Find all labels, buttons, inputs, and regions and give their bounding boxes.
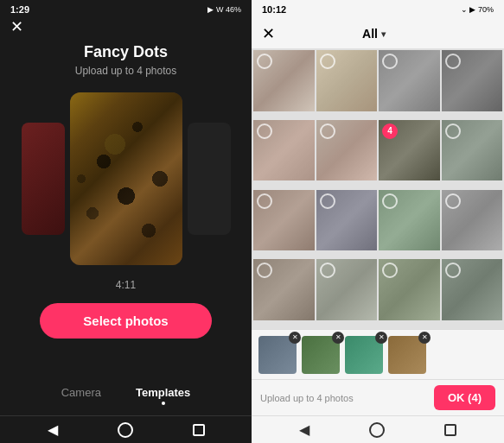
select-circle-7[interactable]: 4 xyxy=(382,123,398,139)
photo-counter: 4:11 xyxy=(116,279,136,291)
grid-cell-4[interactable] xyxy=(442,50,503,111)
bottom-nav-right: ◀ xyxy=(252,415,504,443)
bottom-nav-left: ◀ xyxy=(0,415,252,443)
selected-thumb-3[interactable]: ✕ xyxy=(345,336,383,374)
back-nav-icon-right[interactable]: ◀ xyxy=(299,421,309,438)
select-circle-12[interactable] xyxy=(445,193,461,209)
tab-templates[interactable]: Templates xyxy=(136,386,190,405)
selected-thumb-4[interactable]: ✕ xyxy=(388,336,426,374)
upload-hint: Upload up to 4 photos xyxy=(260,393,354,403)
dots-overlay xyxy=(70,92,182,265)
select-circle-10[interactable] xyxy=(320,193,335,209)
recents-nav-icon-right[interactable] xyxy=(444,424,456,436)
main-photo-img xyxy=(70,92,182,265)
select-circle-1[interactable] xyxy=(257,54,272,69)
grid-cell-5[interactable] xyxy=(253,120,315,181)
close-button-right[interactable]: ✕ xyxy=(262,26,275,41)
recents-nav-icon[interactable] xyxy=(193,424,205,436)
selected-photos-strip: ✕ ✕ ✕ ✕ xyxy=(252,329,504,379)
left-panel: 1:29 ▶ W 46% ✕ Fancy Dots Upload up to 4… xyxy=(0,0,252,443)
select-circle-11[interactable] xyxy=(382,193,398,209)
bottom-bar: Upload up to 4 photos OK (4) xyxy=(252,379,504,415)
grid-cell-15[interactable] xyxy=(379,259,440,320)
home-nav-icon[interactable] xyxy=(118,422,133,438)
grid-cell-9[interactable] xyxy=(253,190,315,251)
select-circle-6[interactable] xyxy=(320,123,335,139)
grid-cell-7[interactable]: 4 xyxy=(379,120,440,181)
fancy-dots-title: Fancy Dots xyxy=(84,43,168,61)
bottom-tabs: Camera Templates xyxy=(61,386,191,415)
grid-cell-12[interactable] xyxy=(442,190,503,251)
home-nav-icon-right[interactable] xyxy=(369,422,385,438)
right-header: ✕ All ▾ xyxy=(252,19,504,48)
grid-cell-1[interactable] xyxy=(253,50,315,111)
grid-cell-13[interactable] xyxy=(253,259,315,320)
close-button-left[interactable]: ✕ xyxy=(10,19,23,35)
select-circle-9[interactable] xyxy=(257,193,272,209)
select-circle-8[interactable] xyxy=(445,123,461,139)
select-circle-4[interactable] xyxy=(445,54,461,69)
status-bar-right: 10:12 ⌄ ▶ 70% xyxy=(252,0,504,19)
photo-grid: 4 xyxy=(252,48,504,329)
upload-subtitle-left: Upload up to 4 photos xyxy=(75,65,176,77)
grid-cell-2[interactable] xyxy=(316,50,378,111)
thumb-remove-4[interactable]: ✕ xyxy=(418,332,431,344)
photo-carousel xyxy=(0,92,252,265)
grid-cell-16[interactable] xyxy=(442,259,503,320)
status-bar-left: 1:29 ▶ W 46% xyxy=(0,0,252,19)
chevron-down-icon: ▾ xyxy=(381,29,386,39)
selected-thumb-1[interactable]: ✕ xyxy=(258,336,297,374)
select-circle-14[interactable] xyxy=(320,263,335,278)
carousel-main-photo xyxy=(70,92,182,265)
grid-cell-10[interactable] xyxy=(316,190,378,251)
chevron-down-small: ⌄ xyxy=(461,5,468,14)
filter-label: All xyxy=(362,27,378,41)
thumb-remove-3[interactable]: ✕ xyxy=(375,332,387,344)
grid-cell-6[interactable] xyxy=(316,120,378,181)
select-circle-16[interactable] xyxy=(445,263,461,278)
grid-cell-3[interactable] xyxy=(379,50,440,111)
status-time-right: 10:12 xyxy=(262,4,286,15)
selected-thumb-2[interactable]: ✕ xyxy=(302,336,340,374)
carousel-right-photo xyxy=(188,123,231,235)
grid-cell-14[interactable] xyxy=(316,259,378,320)
tab-camera[interactable]: Camera xyxy=(61,386,101,405)
carousel-left-photo xyxy=(22,123,65,235)
select-circle-3[interactable] xyxy=(382,54,398,69)
grid-cell-11[interactable] xyxy=(379,190,440,251)
right-panel: 10:12 ⌄ ▶ 70% ✕ All ▾ xyxy=(252,0,504,443)
left-content: Fancy Dots Upload up to 4 photos 4:11 Se… xyxy=(0,19,252,415)
thumb-remove-1[interactable]: ✕ xyxy=(289,332,301,344)
back-nav-icon[interactable]: ◀ xyxy=(48,421,58,438)
select-circle-2[interactable] xyxy=(320,54,335,69)
ok-button[interactable]: OK (4) xyxy=(434,385,495,410)
battery-icon-left: ▶ W 46% xyxy=(207,5,241,14)
battery-icon-right: ▶ 70% xyxy=(469,5,494,14)
status-icons-left: ▶ W 46% xyxy=(207,5,241,14)
filter-dropdown[interactable]: All ▾ xyxy=(362,27,386,41)
status-icons-right: ⌄ ▶ 70% xyxy=(461,5,494,14)
select-photos-button[interactable]: Select photos xyxy=(40,303,211,339)
thumb-remove-2[interactable]: ✕ xyxy=(332,332,344,344)
status-time-left: 1:29 xyxy=(10,4,29,15)
grid-cell-8[interactable] xyxy=(442,120,503,181)
select-circle-5[interactable] xyxy=(257,123,272,139)
active-tab-indicator xyxy=(162,402,165,405)
